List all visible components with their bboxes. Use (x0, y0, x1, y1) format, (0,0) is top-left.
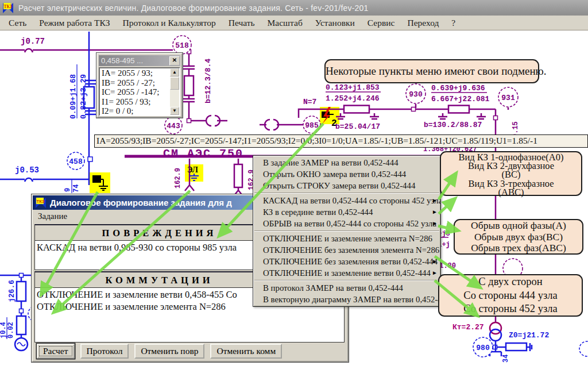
diagram-label: Z0=j21.72 (509, 331, 549, 340)
diagram-label: 0.09+j1.68 (69, 74, 78, 119)
context-menu-item[interactable]: В задание ЗАМЕР на ветви 0,452-444 (253, 157, 440, 168)
diagram-label: 1.252+j4.246 (326, 94, 380, 103)
scroll-down-icon: ▼ (172, 108, 177, 113)
scrollbar-thumb[interactable] (170, 77, 179, 90)
diagram-label: 34 (502, 355, 510, 363)
dialog-button-4[interactable]: Отменить комм (210, 344, 282, 359)
scroll-down-button[interactable]: ▼ (170, 107, 179, 115)
menu-separator (254, 280, 439, 281)
close-button[interactable]: ✕ (169, 56, 180, 66)
context-menu-item[interactable]: ОТКЛЮЧЕНИЕ и заземление ветви 0,452-444► (253, 267, 440, 279)
diagram-label: 0.02 (7, 322, 15, 338)
fault-marker (322, 107, 334, 124)
measure-row[interactable]: I1= 2055 / 93; (102, 97, 179, 107)
submenu-arrow-icon: ► (432, 256, 438, 267)
callout-line: Обрыв трех фаз(АВС) (455, 243, 582, 254)
dialog-icon: ТКЗ (34, 197, 47, 209)
callout-line: С двух сторон (439, 275, 582, 289)
lightning-icon (322, 107, 331, 124)
callout-break-types: Обрыв одной фазы(А)Обрыв двух фаз(ВС)Обр… (454, 219, 583, 255)
node-circle[interactable] (67, 152, 84, 170)
window-title: Расчет электрических величин. Диалоговое… (18, 3, 369, 13)
node-circle[interactable] (173, 36, 191, 54)
node-number: 443 (167, 122, 180, 130)
scroll-up-button[interactable]: ▲ (170, 68, 179, 76)
context-menu-item[interactable]: В протокол ЗАМЕР на ветви 0,452-444 (253, 282, 440, 294)
el-marker-ground-icon (189, 174, 199, 180)
measure-row[interactable]: I2= 0 / 0; (102, 106, 179, 116)
diagram-label: 74 (72, 184, 80, 193)
node-circle[interactable] (473, 337, 493, 357)
menubar-item[interactable]: Протокол и Калькулятор (117, 18, 222, 28)
diagram-label: 0.82+j3.29 (79, 74, 88, 119)
app-icon: ТКЗ (2, 2, 14, 14)
node-number: 931 (501, 94, 515, 102)
callout-line: Со стороны 452 узла (439, 302, 582, 316)
menu-separator (254, 230, 439, 232)
diagram-label: b=12.3/8.4 (204, 59, 212, 103)
diagram-label: N=7 (303, 98, 316, 106)
callout-line: Обрыв двух фаз(ВС) (455, 232, 582, 243)
application-window: 518443458985930931980j0.770.09+j1.680.82… (0, 0, 588, 377)
diagram-label: ЭЛ (187, 166, 199, 174)
diagram-label: 0.123+j1.853 (326, 83, 380, 92)
node-circle[interactable] (498, 87, 518, 107)
diagram-label: 2 (331, 118, 337, 129)
menu-tooltip: Некоторые пункты меню имеют свои подменю… (324, 59, 539, 83)
menubar-item[interactable]: Печать (222, 18, 261, 28)
context-menu-item[interactable]: КЗ в середине ветви 0,452-444► (253, 206, 440, 218)
context-menu: В задание ЗАМЕР на ветви 0,452-444Открыт… (253, 155, 441, 307)
node-number: 518 (175, 41, 189, 50)
dialog-title: Диалоговое формирование задания для д (50, 198, 232, 207)
menu-separator (254, 193, 439, 194)
diagram-label: СМ.АЭС 750 (163, 147, 243, 160)
measure-row[interactable]: IA= 2055 / 93; (102, 68, 179, 78)
node-circle[interactable] (165, 117, 182, 134)
submenu-arrow-icon: ► (432, 218, 438, 229)
context-menu-item[interactable]: КАСКАД на ветви 0,452-444 со стороны 452… (253, 195, 440, 206)
callout-sides: С двух сторонСо стороны 444 узлаСо сторо… (438, 274, 583, 317)
green-arrow (439, 199, 455, 214)
measure-window: 0,458-495 ... ✕ IA= 2055 / 93;IB= 2055 /… (96, 53, 183, 118)
submenu-arrow-icon: ► (432, 195, 438, 206)
measure-rows: IA= 2055 / 93;IB= 2055 / -27;IC= 2055 / … (102, 68, 179, 116)
menubar-item[interactable]: ? (445, 18, 462, 28)
callout-line: Обрыв одной фазы(А) (455, 220, 582, 232)
scroll-up-icon: ▲ (172, 70, 177, 75)
scrollbar[interactable]: ▲ ▼ (170, 68, 179, 115)
diagram-label: j0.77 (21, 37, 45, 46)
dialog-button-1[interactable]: Расчет (37, 344, 75, 359)
measure-window-titlebar[interactable]: 0,458-495 ... ✕ (99, 55, 180, 66)
node-number: 458 (69, 157, 83, 166)
menubar-item[interactable]: Переход (401, 18, 445, 28)
measure-row[interactable]: IC= 2055 / -147; (102, 87, 179, 97)
context-menu-item[interactable]: ОТКЛЮЧЕНИЕ без заземления ветви 0,452-44… (253, 256, 440, 267)
menubar-item[interactable]: Установки (309, 18, 361, 28)
context-menu-item[interactable]: ОБРЫВ на ветви 0,452-444 со стороны 452 … (253, 218, 440, 229)
node-number: 930 (409, 90, 423, 99)
ground-marker (93, 176, 108, 190)
dialog-buttons: РасчетПротоколОтменить поврОтменить комм (37, 344, 282, 359)
context-menu-item[interactable]: ОТКЛЮЧЕНИЕ и заземление элемента N=286 (253, 233, 440, 244)
measure-list: IA= 2055 / 93;IB= 2055 / -27;IC= 2055 / … (99, 67, 180, 116)
measure-window-title: 0,458-495 ... (101, 56, 169, 65)
diagram-label: j0.53 (15, 166, 39, 175)
measure-row[interactable]: IB= 2055 / -27; (102, 78, 179, 88)
diagram-label: 162.9 (174, 168, 182, 188)
menubar-item[interactable]: Сеть (2, 18, 33, 28)
context-menu-item[interactable]: ОТКЛЮЧЕНИЕ без заземления элемента N=286 (253, 244, 440, 256)
callout-line: (АВС) (441, 188, 581, 197)
menubar-item[interactable]: Сервис (361, 18, 401, 28)
svg-text:ТКЗ: ТКЗ (4, 3, 12, 9)
context-menu-item[interactable]: В векторную диаграмму ЗАМЕР на ветви 0,4… (253, 294, 440, 305)
context-menu-item[interactable]: Открыть ОКНО замера ветви 0,452-444 (253, 168, 440, 180)
dialog-button-3[interactable]: Отменить повр (134, 344, 204, 359)
dialog-button-2[interactable]: Протокол (80, 344, 129, 359)
menubar-item[interactable]: Масштаб (261, 18, 309, 28)
context-menu-item[interactable]: Открыть СТРОКУ замера ветви 0,452-444 (253, 180, 440, 191)
menubar-item[interactable]: Режим работа ТКЗ (33, 18, 116, 28)
node-circle[interactable] (406, 84, 425, 103)
node-circle[interactable] (303, 116, 320, 133)
node-number: 985 (305, 121, 319, 130)
close-icon: ✕ (172, 57, 177, 63)
